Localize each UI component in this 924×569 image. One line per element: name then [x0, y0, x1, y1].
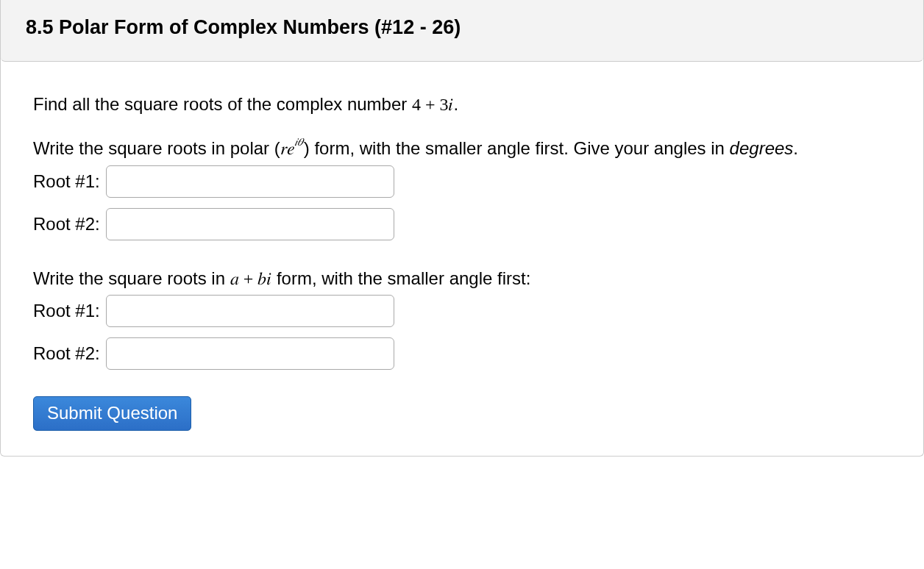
abi-instruction-post: form, with the smaller angle first:	[271, 268, 530, 288]
submit-button[interactable]: Submit Question	[33, 396, 191, 431]
polar-root2-label: Root #2:	[33, 214, 100, 235]
polar-instruction-post: ) form, with the smaller angle first. Gi…	[304, 138, 730, 158]
polar-instruction: Write the square roots in polar (𝑟𝑒𝑖𝜃) f…	[33, 137, 891, 160]
polar-root2-row: Root #2:	[33, 208, 891, 240]
abi-root1-input[interactable]	[106, 295, 394, 327]
abi-expression: 𝑎 + 𝑏𝑖	[230, 269, 272, 288]
prompt-text: Find all the square roots of the complex…	[33, 94, 412, 114]
question-card: 8.5 Polar Form of Complex Numbers (#12 -…	[0, 0, 924, 457]
polar-root1-label: Root #1:	[33, 171, 100, 192]
abi-root1-row: Root #1:	[33, 295, 891, 327]
prompt-suffix: .	[453, 94, 458, 114]
question-content: Find all the square roots of the complex…	[1, 62, 923, 456]
polar-instruction-pre: Write the square roots in polar (𝑟𝑒	[33, 138, 295, 158]
abi-root1-label: Root #1:	[33, 301, 100, 321]
polar-instruction-end: .	[793, 138, 798, 158]
polar-root2-input[interactable]	[106, 208, 394, 240]
polar-exponent: 𝑖𝜃	[294, 136, 303, 148]
polar-root1-input[interactable]	[106, 165, 394, 198]
abi-instruction: Write the square roots in 𝑎 + 𝑏𝑖 form, w…	[33, 267, 891, 290]
polar-exponent-base: 𝑖𝜃	[295, 139, 304, 158]
complex-number: 4 + 3𝑖	[412, 95, 454, 114]
section-header: 8.5 Polar Form of Complex Numbers (#12 -…	[1, 0, 923, 62]
polar-instruction-emph: degrees	[730, 138, 794, 158]
abi-root2-label: Root #2:	[33, 343, 100, 364]
abi-root2-input[interactable]	[106, 337, 394, 370]
polar-root1-row: Root #1:	[33, 165, 891, 198]
section-title: 8.5 Polar Form of Complex Numbers (#12 -…	[26, 16, 461, 38]
question-prompt: Find all the square roots of the complex…	[33, 93, 891, 116]
abi-root2-row: Root #2:	[33, 337, 891, 370]
abi-instruction-pre: Write the square roots in	[33, 268, 230, 288]
